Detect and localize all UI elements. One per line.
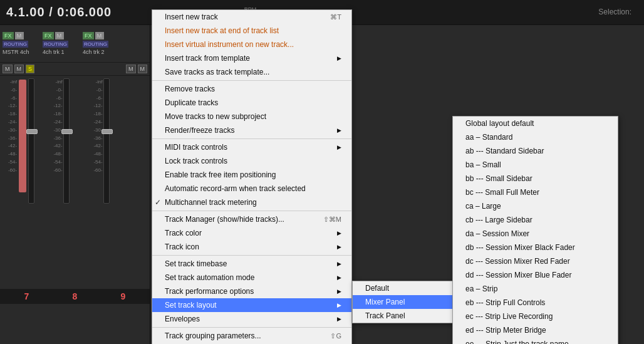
menu-item-insert-end[interactable]: Insert new track at end of track list (152, 24, 351, 38)
sep-2 (152, 138, 351, 139)
mixer-ab-standard-sidebar[interactable]: ab --- Standard Sidebar (453, 144, 618, 158)
track-name-2: 4ch trk 1 (43, 49, 80, 55)
menu-item-multichannel-metering[interactable]: Multichannel track metering (152, 195, 351, 209)
mute-btn-2[interactable]: M (14, 65, 24, 73)
mixer-aa-standard[interactable]: aa – Standard (453, 130, 618, 144)
fader-col-3: -inf-0--6--12--18--24--30--36--42--48--5… (83, 78, 120, 286)
mixer-global-default[interactable]: Global layout default (453, 117, 618, 130)
level-numbers-2: -inf-0--6--12--18--24--30--36--42--48--5… (53, 78, 62, 175)
mixer-bb-small-sidebar[interactable]: bb --- Small Sidebar (453, 172, 618, 185)
menu-item-remove-tracks[interactable]: Remove tracks (152, 82, 351, 96)
sep-4 (152, 255, 351, 256)
mixer-dd-session-mixer-blue[interactable]: dd --- Session Mixer Blue Fader (453, 268, 618, 282)
track-row-1: FX M ROUTING MSTR 4ch FX M ROUTING 4ch t… (0, 25, 150, 63)
menu-item-render-freeze[interactable]: Render/freeze tracks (152, 123, 351, 137)
mute-btn-4[interactable]: M (138, 65, 148, 73)
mixer-ba-small[interactable]: ba – Small (453, 158, 618, 172)
level-numbers-3: -inf-0--6--12--18--24--30--36--42--48--5… (93, 78, 102, 175)
routing-button-1[interactable]: ROUTING (3, 41, 28, 48)
mixer-db-session-mixer-black[interactable]: db --- Session Mixer Black Fader (453, 241, 618, 254)
menu-item-insert-template[interactable]: Insert track from template (152, 51, 351, 65)
mixer-eb-strip-full[interactable]: eb --- Strip Full Controls (453, 296, 618, 310)
main-context-menu: Insert new track ⌘T Insert new track at … (152, 9, 352, 344)
mixer-ea-strip[interactable]: ea – Strip (453, 282, 618, 296)
fader-thumb-1[interactable] (26, 129, 38, 134)
time-display: 4.1.00 / 0:06.000 (6, 5, 112, 19)
mixer-ec-strip-live[interactable]: ec --- Strip Live Recording (453, 310, 618, 323)
track-list: FX M ROUTING MSTR 4ch FX M ROUTING 4ch t… (0, 25, 150, 344)
transport-num-2: 8 (73, 291, 78, 301)
mixer-ca-large[interactable]: ca – Large (453, 199, 618, 213)
fader-track-3[interactable] (103, 78, 110, 204)
fader-col-2: -inf-0--6--12--18--24--30--36--42--48--5… (43, 78, 80, 286)
menu-item-midi-controls[interactable]: MIDI track controls (152, 140, 351, 154)
fx-button-1[interactable]: FX (3, 32, 14, 39)
selection-label: Selection: (598, 8, 631, 16)
track-name-1: MSTR 4ch (3, 49, 40, 55)
m-button-1[interactable]: M (15, 32, 24, 39)
routing-button-2[interactable]: ROUTING (43, 41, 68, 48)
menu-item-duplicate-tracks[interactable]: Duplicate tracks (152, 96, 351, 110)
level-numbers-1: -inf-0--6--12--18--24--30--36--42--48--5… (8, 78, 17, 175)
fader-col-1: -inf-0--6--12--18--24--30--36--42--48--5… (3, 78, 40, 286)
menu-item-envelopes[interactable]: Envelopes (152, 312, 351, 326)
menu-item-free-positioning[interactable]: Enable track free item positioning (152, 168, 351, 182)
menu-item-auto-record-arm[interactable]: Automatic record-arm when track selected (152, 182, 351, 195)
fx-button-2[interactable]: FX (43, 32, 54, 39)
menu-item-set-track-layout[interactable]: Set track layout (152, 298, 351, 312)
track-name-3: 4ch trk 2 (83, 49, 120, 55)
menu-item-track-manager[interactable]: Track Manager (show/hide tracks)... ⇧⌘M (152, 212, 351, 226)
fader-track-1[interactable] (28, 78, 34, 204)
menu-item-performance-options[interactable]: Track performance options (152, 284, 351, 298)
fader-track-2[interactable] (63, 78, 70, 204)
menu-item-set-automation[interactable]: Set track automation mode (152, 271, 351, 284)
menu-item-track-icon[interactable]: Track icon (152, 240, 351, 254)
m-button-3[interactable]: M (95, 32, 104, 39)
fader-area: -inf-0--6--12--18--24--30--36--42--48--5… (0, 76, 150, 289)
sep-3 (152, 211, 351, 211)
menu-item-save-template[interactable]: Save tracks as track template... (152, 65, 351, 79)
mixer-ee-strip-track-name[interactable]: ee --- Strip Just the track name (453, 337, 618, 344)
m-button-2[interactable]: M (55, 32, 64, 39)
track-controls-row: M M S M M (0, 63, 150, 76)
mixer-da-session-mixer[interactable]: da – Session Mixer (453, 227, 618, 241)
menu-item-track-grouping-params[interactable]: Track grouping parameters... ⇧G (152, 329, 351, 343)
fader-thumb-3[interactable] (101, 129, 113, 134)
fx-button-3[interactable]: FX (83, 32, 94, 39)
mixer-bc-small-full-meter[interactable]: bc --- Small Full Meter (453, 185, 618, 199)
transport-numbers: 7 8 9 (0, 289, 150, 304)
solo-btn-1[interactable]: S (26, 65, 34, 73)
mixer-dc-session-mixer-red[interactable]: dc --- Session Mixer Red Fader (453, 254, 618, 268)
sep-5 (152, 327, 351, 328)
transport-num-3: 9 (121, 291, 126, 301)
mixer-panel-submenu: Global layout default aa – Standard ab -… (452, 116, 618, 344)
mute-btn-1[interactable]: M (3, 65, 13, 73)
fader-thumb-2[interactable] (61, 129, 73, 134)
menu-item-move-subproject[interactable]: Move tracks to new subproject (152, 110, 351, 123)
mixer-cb-large-sidebar[interactable]: cb --- Large Sidebar (453, 213, 618, 227)
menu-item-insert-new-track[interactable]: Insert new track ⌘T (152, 10, 351, 24)
transport-num-1: 7 (24, 291, 29, 301)
sep-1 (152, 80, 351, 81)
pink-bar-1 (19, 80, 26, 192)
menu-item-set-timebase[interactable]: Set track timebase (152, 257, 351, 271)
menu-item-insert-virtual[interactable]: Insert virtual instrument on new track..… (152, 38, 351, 51)
mute-btn-3[interactable]: M (126, 65, 136, 73)
menu-item-lock-controls[interactable]: Lock track controls (152, 154, 351, 168)
routing-button-3[interactable]: ROUTING (83, 41, 108, 48)
mixer-ed-strip-meter-bridge[interactable]: ed --- Strip Meter Bridge (453, 323, 618, 337)
menu-item-track-color[interactable]: Track color (152, 226, 351, 240)
